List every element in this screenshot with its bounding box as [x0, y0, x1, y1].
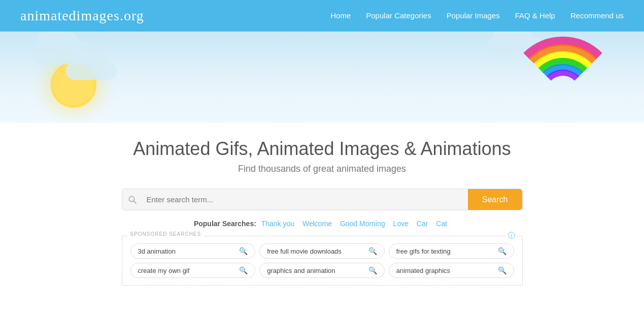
nav-home[interactable]: Home — [330, 11, 351, 20]
popular-search-welcome[interactable]: Welcome — [302, 220, 332, 228]
search-icon-small: 🔍 — [368, 266, 377, 274]
rainbow-decoration — [507, 37, 619, 108]
main-content: Animated Gifs, Animated Images & Animati… — [0, 123, 644, 296]
sponsored-item-free-gifs[interactable]: free gifs for texting 🔍 — [389, 243, 514, 259]
sponsored-item-label: free full movie downloads — [267, 248, 342, 255]
sponsored-item-label: animated graphics — [396, 267, 450, 274]
popular-search-good-morning[interactable]: Good Morning — [340, 220, 385, 228]
search-icon-small: 🔍 — [239, 247, 248, 255]
search-button[interactable]: Search — [468, 189, 522, 210]
site-logo[interactable]: animatedimages.org — [20, 8, 144, 24]
search-icon — [122, 189, 143, 210]
hero-title: Animated Gifs, Animated Images & Animati… — [20, 138, 624, 160]
sponsored-item-create-gif[interactable]: create my own gif 🔍 — [130, 263, 256, 278]
sponsored-item-free-movies[interactable]: free full movie downloads 🔍 — [259, 243, 385, 259]
search-icon-small: 🔍 — [498, 266, 506, 274]
nav-faq-help[interactable]: FAQ & Help — [515, 11, 555, 20]
sponsored-label: SPONSORED SEARCHES — [127, 231, 205, 237]
sponsored-info-icon[interactable]: ⓘ — [506, 231, 517, 240]
search-icon-small: 🔍 — [368, 247, 377, 255]
navbar: animatedimages.org Home Popular Categori… — [0, 0, 644, 32]
sponsored-item-label: graphics and animation — [267, 267, 335, 274]
sponsored-item-label: 3d animation — [138, 248, 176, 255]
popular-search-love[interactable]: Love — [393, 220, 409, 228]
sponsored-grid: 3d animation 🔍 free full movie downloads… — [130, 243, 514, 278]
popular-search-thank-you[interactable]: Thank you — [261, 220, 294, 228]
nav-recommend-us[interactable]: Recommend us — [570, 11, 624, 20]
hero-section — [0, 32, 644, 123]
popular-searches: Popular Searches: Thank you Welcome Good… — [20, 220, 624, 228]
popular-searches-label: Popular Searches: — [194, 220, 256, 228]
welcome-section: Welcome to AnimatedImages.org — [0, 296, 644, 309]
search-icon-small: 🔍 — [498, 247, 506, 255]
popular-search-cat[interactable]: Cat — [436, 220, 447, 228]
svg-line-1 — [133, 201, 136, 203]
sponsored-item-label: free gifs for texting — [396, 248, 451, 255]
sponsored-item-animated-graphics[interactable]: animated graphics 🔍 — [389, 263, 514, 278]
nav-popular-images[interactable]: Popular Images — [447, 11, 500, 20]
nav-links: Home Popular Categories Popular Images F… — [330, 11, 624, 20]
sponsored-item-graphics-animation[interactable]: graphics and animation 🔍 — [259, 263, 385, 278]
sponsored-section: SPONSORED SEARCHES ⓘ 3d animation 🔍 free… — [122, 236, 523, 286]
cloud-decoration-2 — [66, 62, 117, 80]
search-icon-small: 🔍 — [239, 266, 248, 274]
popular-search-car[interactable]: Car — [417, 220, 428, 228]
hero-subtitle: Find thousands of great animated images — [20, 164, 624, 174]
search-bar: Search — [122, 189, 523, 210]
sponsored-item-3d-animation[interactable]: 3d animation 🔍 — [130, 243, 256, 259]
nav-popular-categories[interactable]: Popular Categories — [366, 11, 431, 20]
search-input[interactable] — [143, 189, 468, 210]
sponsored-item-label: create my own gif — [138, 267, 190, 274]
